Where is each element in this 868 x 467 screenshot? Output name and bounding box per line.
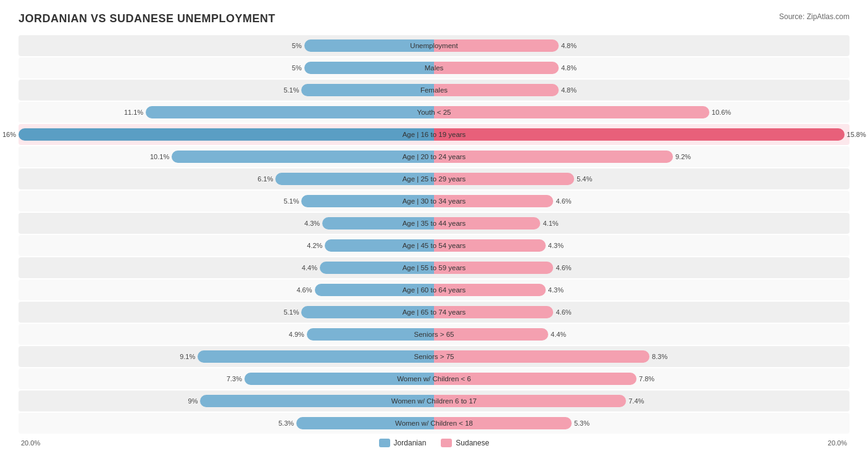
bar-left: 5.3% [296,417,434,429]
left-side: 10.1% [19,146,434,167]
left-side: 6.1% [19,168,434,189]
bar-right: 4.3% [434,239,546,252]
value-right: 4.8% [561,86,577,94]
right-side: 10.6% [434,102,849,123]
bar-right: 7.4% [434,395,626,407]
right-side: 4.1% [434,213,849,234]
left-side: 5.1% [19,80,434,101]
bar-row: 10.1%9.2%Age | 20 to 24 years [19,146,849,167]
bar-row: 6.1%5.4%Age | 25 to 29 years [19,168,849,189]
right-side: 9.2% [434,146,849,167]
value-right: 9.2% [675,153,691,160]
value-left: 9% [188,397,198,405]
bar-row: 4.6%4.3%Age | 60 to 64 years [19,279,849,300]
bar-right: 10.6% [434,106,709,118]
value-left: 4.4% [302,264,317,271]
value-left: 5% [292,64,302,72]
chart-title: JORDANIAN VS SUDANESE UNEMPLOYMENT [19,12,275,25]
chart-header: JORDANIAN VS SUDANESE UNEMPLOYMENT Sourc… [19,12,849,25]
chart-footer: 20.0% Jordanian Sudanese 20.0% [19,439,849,447]
chart-container: JORDANIAN VS SUDANESE UNEMPLOYMENT Sourc… [19,12,849,447]
right-side: 15.8% [434,124,849,145]
bar-right: 4.6% [434,306,553,318]
value-left: 5% [292,42,302,49]
bar-left: 9% [200,395,434,407]
value-right: 4.6% [556,264,571,271]
chart-body: 5%4.8%Unemployment5%4.8%Males5.1%4.8%Fem… [19,35,849,434]
legend-item-jordanian: Jordanian [379,439,427,447]
left-side: 5.1% [19,191,434,212]
bar-row: 4.2%4.3%Age | 45 to 54 years [19,235,849,256]
value-left: 4.2% [307,242,322,249]
right-side: 7.4% [434,391,849,411]
value-left: 10.1% [150,153,169,160]
sudanese-label: Sudanese [456,439,489,447]
value-right: 5.3% [574,419,590,427]
value-right: 4.6% [556,197,571,205]
bar-right: 7.8% [434,373,636,385]
bar-right: 9.2% [434,151,673,163]
value-right: 4.1% [543,220,558,227]
bar-row: 5.1%4.8%Females [19,80,849,101]
right-side: 4.4% [434,324,849,345]
value-right: 4.4% [551,331,566,338]
left-side: 4.9% [19,324,434,345]
bar-left: 4.3% [322,217,434,229]
bar-left: 6.1% [275,173,434,185]
legend-item-sudanese: Sudanese [441,439,489,447]
right-side: 5.4% [434,168,849,189]
value-left: 4.6% [296,286,312,294]
right-side: 4.3% [434,235,849,256]
bar-left: 5.1% [301,84,434,96]
legend: Jordanian Sudanese [379,439,490,447]
value-right: 4.8% [561,64,577,72]
value-left: 6.1% [257,175,273,183]
left-side: 9.1% [19,346,434,367]
bar-row: 9%7.4%Women w/ Children 6 to 17 [19,391,849,411]
left-side: 11.1% [19,102,434,123]
bar-right: 4.8% [434,84,559,96]
left-side: 5.3% [19,413,434,434]
right-side: 7.8% [434,368,849,389]
bar-right: 4.6% [434,195,553,207]
value-right: 4.6% [556,308,571,316]
bar-row: 4.3%4.1%Age | 35 to 44 years [19,213,849,234]
bar-right: 4.3% [434,284,546,296]
right-side: 4.6% [434,302,849,323]
bar-left: 4.4% [320,262,434,274]
left-side: 9% [19,391,434,411]
bar-left: 7.3% [244,373,434,385]
left-side: 5% [19,35,434,56]
value-left: 4.3% [304,220,320,227]
value-left: 7.3% [227,375,242,382]
value-left: 5.1% [283,308,299,316]
value-left: 5.1% [283,86,299,94]
sudanese-swatch [441,439,452,447]
chart-source: Source: ZipAtlas.com [779,12,849,21]
right-side: 4.8% [434,35,849,56]
bar-row: 11.1%10.6%Youth < 25 [19,102,849,123]
value-right: 8.3% [652,353,667,360]
bar-right: 15.8% [434,128,845,141]
right-side: 5.3% [434,413,849,434]
value-left: 5.1% [283,197,299,205]
right-side: 4.8% [434,57,849,78]
bar-row: 5.1%4.6%Age | 30 to 34 years [19,191,849,212]
left-side: 5.1% [19,302,434,323]
left-side: 4.3% [19,213,434,234]
bar-row: 7.3%7.8%Women w/ Children < 6 [19,368,849,389]
bar-right: 4.6% [434,262,553,274]
bar-row: 9.1%8.3%Seniors > 75 [19,346,849,367]
bar-right: 4.1% [434,217,540,229]
value-left: 9.1% [180,353,195,360]
bar-left: 11.1% [146,106,434,118]
bar-right: 4.8% [434,62,559,74]
bar-left: 4.9% [307,328,434,341]
left-side: 7.3% [19,368,434,389]
bar-right: 4.8% [434,39,559,52]
bar-row: 5%4.8%Males [19,57,849,78]
value-right: 15.8% [847,131,866,138]
value-right: 7.4% [628,397,644,405]
value-right: 5.4% [577,175,592,183]
bar-row: 5%4.8%Unemployment [19,35,849,56]
